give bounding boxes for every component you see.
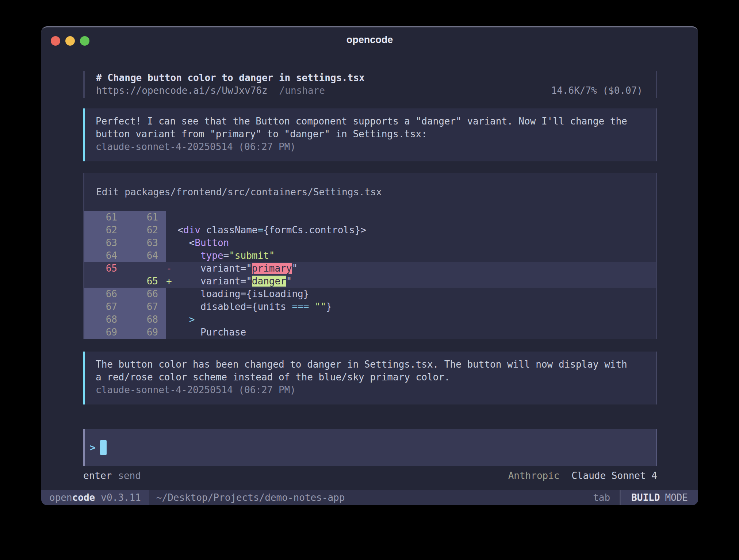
diff-row: 6363 <Button — [84, 237, 656, 249]
enter-action-hint: send — [118, 468, 141, 483]
diff-row: 65+ variant="danger" — [84, 275, 656, 288]
provider-label: Anthropic — [508, 470, 560, 481]
diff-row: 6767 disabled={units === ""} — [84, 300, 656, 313]
model-label: Claude Sonnet 4 — [571, 470, 657, 481]
prompt-input[interactable]: > — [83, 429, 657, 466]
diff-row: 6969 Purchase — [84, 326, 656, 339]
app-version-badge: opencodev0.3.11 — [41, 490, 149, 505]
app-version: v0.3.11 — [101, 492, 141, 503]
model-timestamp: claude-sonnet-4-20250514 (06:27 PM) — [96, 384, 645, 396]
input-footer: enter send Anthropic Claude Sonnet 4 — [83, 468, 657, 483]
session-header: # Change button color to danger in setti… — [83, 71, 657, 98]
diff-row: 6868 > — [84, 313, 656, 326]
diff-row: 65- variant="primary" — [84, 262, 656, 275]
diff-row: 6464 type="submit" — [84, 249, 656, 262]
token-usage: 14.6K/7% ($0.07) — [551, 84, 643, 97]
text-cursor — [100, 440, 107, 455]
project-path: ~/Desktop/Projects/demo-notes-app — [156, 490, 345, 505]
diff-row: 6666 loading={isLoading} — [84, 288, 656, 300]
mode-suffix: MODE — [665, 492, 688, 503]
share-url: https://opencode.ai/s/UwJxv76z — [96, 84, 268, 97]
tab-key-hint: tab — [593, 490, 620, 505]
unshare-command: /unshare — [279, 84, 325, 97]
prompt-chevron-icon: > — [90, 442, 96, 453]
assistant-message: The button color has been changed to dan… — [83, 352, 657, 404]
enter-key-hint: enter — [83, 468, 112, 483]
diff-file-path: Edit packages/frontend/src/containers/Se… — [84, 173, 656, 199]
mode-name: BUILD — [631, 492, 660, 503]
diff-rows: 61616262 <div className={formCs.controls… — [84, 211, 656, 339]
brand-open: open — [49, 492, 72, 503]
mode-badge: BUILDMODE — [620, 490, 698, 505]
brand-code: code — [72, 492, 95, 503]
opencode-window: opencode # Change button color to danger… — [41, 26, 698, 505]
window-title: opencode — [41, 34, 698, 45]
message-text: Perfect! I can see that the Button compo… — [96, 115, 645, 141]
status-bar: opencodev0.3.11 ~/Desktop/Projects/demo-… — [41, 490, 698, 505]
message-text: The button color has been changed to dan… — [96, 358, 645, 384]
edit-tool-card: Edit packages/frontend/src/containers/Se… — [83, 173, 657, 339]
diff-row: 6161 — [84, 211, 656, 224]
assistant-message: Perfect! I can see that the Button compo… — [83, 108, 657, 161]
diff-row: 6262 <div className={formCs.controls}> — [84, 224, 656, 237]
model-timestamp: claude-sonnet-4-20250514 (06:27 PM) — [96, 141, 645, 153]
session-title: # Change button color to danger in setti… — [96, 72, 643, 84]
